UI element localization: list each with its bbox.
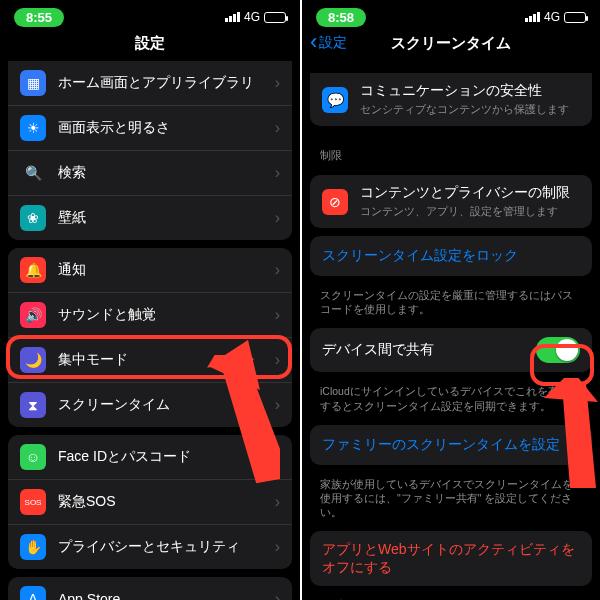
row-share-across-devices[interactable]: デバイス間で共有: [310, 328, 592, 372]
row-family-screentime[interactable]: ファミリーのスクリーンタイムを設定: [310, 425, 592, 465]
row-content-privacy[interactable]: ⊘ コンテンツとプライバシーの制限 コンテンツ、アプリ、設定を管理します: [310, 175, 592, 228]
row-icon: ❀: [20, 205, 46, 231]
group-family: ファミリーのスクリーンタイムを設定: [310, 425, 592, 465]
page-title: 設定: [0, 34, 300, 53]
chevron-right-icon: ›: [275, 448, 280, 466]
nav-bar: 設定 スクリーンタイム: [302, 30, 600, 61]
settings-group-1: ▦ホーム画面とアプリライブラリ›☀画面表示と明るさ›🔍検索›❀壁紙›: [8, 61, 292, 240]
settings-row[interactable]: AApp Store›: [8, 577, 292, 600]
row-icon: ▦: [20, 70, 46, 96]
chevron-right-icon: ›: [275, 590, 280, 600]
row-icon: A: [20, 586, 46, 600]
status-right: 4G: [225, 10, 286, 24]
settings-row[interactable]: 🔔通知›: [8, 248, 292, 292]
chevron-right-icon: ›: [275, 119, 280, 137]
chevron-right-icon: ›: [275, 351, 280, 369]
row-label: 検索: [58, 164, 275, 182]
battery-icon: [264, 12, 286, 23]
battery-icon: [564, 12, 586, 23]
signal-icon: [525, 12, 540, 22]
settings-group-2: 🔔通知›🔊サウンドと触覚›🌙集中モード›⧗スクリーンタイム›: [8, 248, 292, 427]
row-label: Face IDとパスコード: [58, 448, 275, 466]
row-label: 画面表示と明るさ: [58, 119, 275, 137]
settings-row[interactable]: SOS緊急SOS›: [8, 479, 292, 524]
chevron-right-icon: ›: [275, 261, 280, 279]
row-icon: ⧗: [20, 392, 46, 418]
no-entry-icon: ⊘: [322, 189, 348, 215]
settings-row[interactable]: ⧗スクリーンタイム›: [8, 382, 292, 427]
settings-row[interactable]: 🌙集中モード›: [8, 337, 292, 382]
note-off: アプリとWebサイトのアクティビティをオフにすると、リアルタイムのレポート送信、…: [302, 594, 600, 600]
settings-row[interactable]: ☀画面表示と明るさ›: [8, 105, 292, 150]
chevron-right-icon: ›: [275, 74, 280, 92]
signal-icon: [225, 12, 240, 22]
status-bar: 8:55 4G: [0, 0, 300, 30]
right-phone: 8:58 4G 設定 スクリーンタイム 💬 コミュニケーションの安全性 センシテ…: [300, 0, 600, 600]
row-label: スクリーンタイム: [58, 396, 275, 414]
row-label: 緊急SOS: [58, 493, 275, 511]
row-label: ホーム画面とアプリライブラリ: [58, 74, 275, 92]
row-label: サウンドと触覚: [58, 306, 275, 324]
note-lock: スクリーンタイムの設定を厳重に管理するにはパスコードを使用します。: [302, 284, 600, 316]
row-icon: 🔊: [20, 302, 46, 328]
settings-group-3: ☺Face IDとパスコード›SOS緊急SOS›✋プライバシーとセキュリティ›: [8, 435, 292, 569]
group-off: アプリとWebサイトのアクティビティをオフにする: [310, 531, 592, 585]
row-icon: ☀: [20, 115, 46, 141]
row-icon: ✋: [20, 534, 46, 560]
back-button[interactable]: 設定: [310, 34, 347, 52]
row-icon: 🔔: [20, 257, 46, 283]
settings-row[interactable]: 🔍検索›: [8, 150, 292, 195]
status-right: 4G: [525, 10, 586, 24]
row-communication-safety[interactable]: 💬 コミュニケーションの安全性 センシティブなコンテンツから保護します: [310, 73, 592, 126]
row-icon: 🔍: [20, 160, 46, 186]
row-icon: 🌙: [20, 347, 46, 373]
row-lock-settings[interactable]: スクリーンタイム設定をロック: [310, 236, 592, 276]
settings-group-4: AApp Store›◎Game Center›☁iCloud›: [8, 577, 292, 600]
note-share: iCloudにサインインしているデバイスでこれを有効にするとスクリーンタイム設定…: [302, 380, 600, 412]
row-icon: ☺: [20, 444, 46, 470]
chevron-right-icon: ›: [275, 209, 280, 227]
group-communication: 💬 コミュニケーションの安全性 センシティブなコンテンツから保護します: [310, 73, 592, 126]
chevron-right-icon: ›: [275, 396, 280, 414]
note-family: 家族が使用しているデバイスでスクリーンタイムを使用するには、"ファミリー共有" …: [302, 473, 600, 520]
chevron-right-icon: ›: [275, 538, 280, 556]
row-turn-off-activity[interactable]: アプリとWebサイトのアクティビティをオフにする: [310, 531, 592, 585]
chevron-right-icon: ›: [275, 306, 280, 324]
settings-row[interactable]: ✋プライバシーとセキュリティ›: [8, 524, 292, 569]
status-time: 8:55: [14, 8, 64, 27]
group-share: デバイス間で共有: [310, 328, 592, 372]
settings-row[interactable]: ☺Face IDとパスコード›: [8, 435, 292, 479]
group-lock: スクリーンタイム設定をロック: [310, 236, 592, 276]
status-bar: 8:58 4G: [302, 0, 600, 30]
left-phone: 8:55 4G 設定 ▦ホーム画面とアプリライブラリ›☀画面表示と明るさ›🔍検索…: [0, 0, 300, 600]
row-label: 通知: [58, 261, 275, 279]
network-label: 4G: [544, 10, 560, 24]
section-header-restrict: 制限: [302, 134, 600, 167]
chevron-right-icon: ›: [275, 164, 280, 182]
row-label: プライバシーとセキュリティ: [58, 538, 275, 556]
network-label: 4G: [244, 10, 260, 24]
settings-row[interactable]: 🔊サウンドと触覚›: [8, 292, 292, 337]
settings-row[interactable]: ▦ホーム画面とアプリライブラリ›: [8, 61, 292, 105]
row-icon: SOS: [20, 489, 46, 515]
row-label: 集中モード: [58, 351, 275, 369]
chevron-right-icon: ›: [275, 493, 280, 511]
row-label: App Store: [58, 591, 275, 600]
chat-icon: 💬: [322, 87, 348, 113]
row-label: 壁紙: [58, 209, 275, 227]
nav-bar: 設定: [0, 30, 300, 61]
status-time: 8:58: [316, 8, 366, 27]
share-toggle[interactable]: [536, 337, 580, 363]
settings-row[interactable]: ❀壁紙›: [8, 195, 292, 240]
group-restrict: ⊘ コンテンツとプライバシーの制限 コンテンツ、アプリ、設定を管理します: [310, 175, 592, 228]
